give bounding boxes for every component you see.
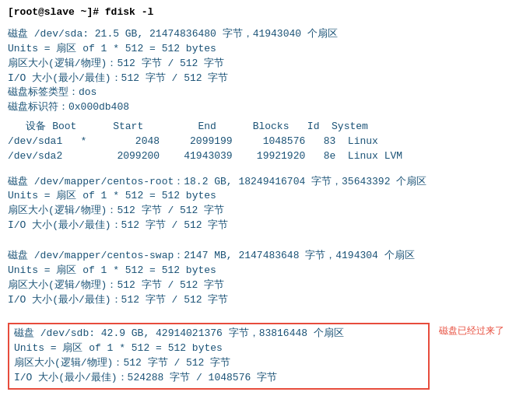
mapper-swap-io-size: I/O 大小(最小/最佳)：512 字节 / 512 字节 (8, 293, 515, 308)
prompt-line: [root@slave ~]# fdisk -l (8, 6, 515, 18)
sdb-annotation: 磁盘已经过来了 (439, 325, 504, 336)
mapper-swap-sector-size: 扇区大小(逻辑/物理)：512 字节 / 512 字节 (8, 278, 515, 293)
sda-row-1: /dev/sda1 * 2048 2099199 1048576 83 Linu… (8, 135, 515, 149)
mapper-root-io-size: I/O 大小(最小/最佳)：512 字节 / 512 字节 (8, 219, 515, 233)
sda-section: 磁盘 /dev/sda: 21.5 GB, 21474836480 字节，419… (8, 27, 515, 164)
sda-table-header: 设备 Boot Start End Blocks Id System (8, 120, 515, 135)
mapper-swap-units: Units = 扇区 of 1 * 512 = 512 bytes (8, 264, 515, 278)
sdb-disk-info: 磁盘 /dev/sdb: 42.9 GB, 42914021376 字节，838… (14, 327, 423, 341)
sda-sector-size: 扇区大小(逻辑/物理)：512 字节 / 512 字节 (8, 57, 515, 72)
mapper-swap-section: 磁盘 /dev/mapper/centos-swap：2147 MB, 2147… (8, 249, 515, 307)
sdb-highlight-box: 磁盘 /dev/sdb: 42.9 GB, 42914021376 字节，838… (8, 323, 430, 389)
sda-io-size: I/O 大小(最小/最佳)：512 字节 / 512 字节 (8, 72, 515, 86)
mapper-swap-disk-info: 磁盘 /dev/mapper/centos-swap：2147 MB, 2147… (8, 249, 515, 264)
sdb-io-size: I/O 大小(最小/最佳)：524288 字节 / 1048576 字节 (14, 371, 423, 386)
terminal-window: [root@slave ~]# fdisk -l 磁盘 /dev/sda: 21… (8, 6, 515, 390)
prompt-text: [root@slave ~]# fdisk -l (8, 6, 153, 18)
sdb-units: Units = 扇区 of 1 * 512 = 512 bytes (14, 341, 423, 356)
sda-disk-info: 磁盘 /dev/sda: 21.5 GB, 21474836480 字节，419… (8, 27, 515, 42)
mapper-root-sector-size: 扇区大小(逻辑/物理)：512 字节 / 512 字节 (8, 204, 515, 219)
sdb-sector-size: 扇区大小(逻辑/物理)：512 字节 / 512 字节 (14, 356, 423, 371)
sdb-highlighted-wrapper: 磁盘 /dev/sdb: 42.9 GB, 42914021376 字节，838… (8, 318, 430, 389)
mapper-root-disk-info: 磁盘 /dev/mapper/centos-root：18.2 GB, 1824… (8, 175, 515, 190)
sda-disk-label: 磁盘标签类型：dos (8, 86, 515, 100)
sda-disk-identifier: 磁盘标识符：0x000db408 (8, 100, 515, 115)
sda-row-2: /dev/sda2 2099200 41943039 19921920 8e L… (8, 149, 515, 164)
sda-units: Units = 扇区 of 1 * 512 = 512 bytes (8, 42, 515, 57)
mapper-root-units: Units = 扇区 of 1 * 512 = 512 bytes (8, 189, 515, 204)
mapper-root-section: 磁盘 /dev/mapper/centos-root：18.2 GB, 1824… (8, 175, 515, 233)
